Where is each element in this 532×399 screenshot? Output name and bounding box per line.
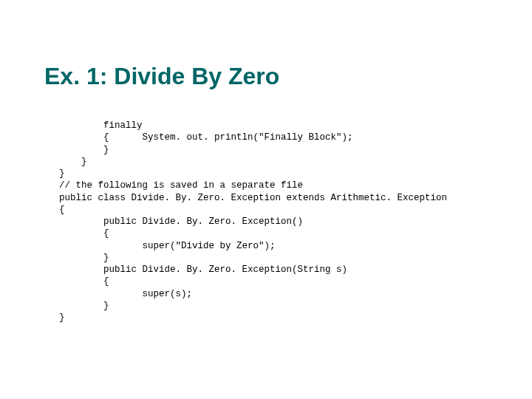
code-block: finally { System. out. println("Finally … xyxy=(59,120,488,324)
slide-container: Ex. 1: Divide By Zero finally { System. … xyxy=(0,0,532,399)
slide-title: Ex. 1: Divide By Zero xyxy=(44,63,488,90)
